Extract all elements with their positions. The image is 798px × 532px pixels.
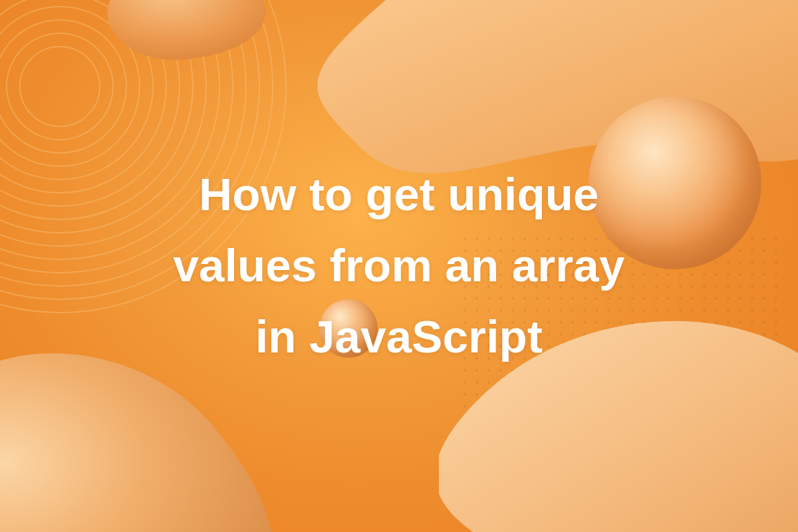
headline-line-1: How to get unique (199, 169, 598, 220)
headline-text: How to get unique values from an array i… (100, 160, 698, 373)
headline-line-2: values from an array (173, 240, 624, 291)
blob-top-small (100, 0, 273, 66)
svg-point-1 (7, 33, 113, 140)
headline-line-3: in JavaScript (255, 311, 543, 362)
svg-point-0 (20, 47, 100, 126)
hero-canvas: How to get unique values from an array i… (0, 0, 798, 532)
